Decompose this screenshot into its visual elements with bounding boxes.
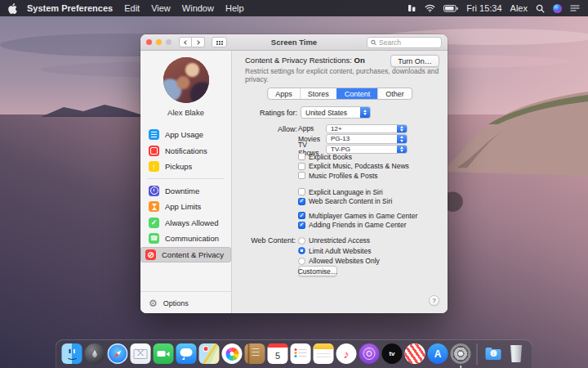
app-status-icon[interactable] xyxy=(408,4,416,12)
dock-app-store-icon[interactable]: A xyxy=(428,343,448,364)
dock-news-icon[interactable] xyxy=(405,343,425,364)
sidebar-item-app-usage[interactable]: App Usage xyxy=(140,127,231,143)
menu-item-edit[interactable]: Edit xyxy=(124,3,140,13)
dock-safari-icon[interactable] xyxy=(108,343,128,364)
sidebar-item-content-privacy[interactable]: ⊘ Content & Privacy xyxy=(140,247,231,263)
dock-downloads-icon[interactable] xyxy=(483,343,504,364)
avatar-photo xyxy=(163,57,209,103)
checkbox-checked[interactable] xyxy=(298,212,305,219)
checkbox-explicit-music[interactable]: Explicit Music, Podcasts & News xyxy=(298,162,409,172)
siri-icon[interactable] xyxy=(553,4,562,13)
help-button[interactable]: ? xyxy=(429,295,439,306)
checkbox-explicit-books[interactable]: Explicit Books xyxy=(298,152,409,162)
dock-mail-icon[interactable] xyxy=(131,343,151,364)
checkbox-web-search-siri[interactable]: Web Search Content in Siri xyxy=(298,197,392,207)
menu-item-help[interactable]: Help xyxy=(225,3,244,13)
dock: 5 tv A xyxy=(56,339,533,368)
dock-contacts-icon[interactable] xyxy=(245,343,265,364)
tab-apps[interactable]: Apps xyxy=(268,88,300,99)
apps-rating-select[interactable]: 12+ xyxy=(326,124,408,134)
ratings-country-select[interactable]: United States xyxy=(301,106,371,119)
options-button[interactable]: ⚙ Options xyxy=(140,297,231,310)
checkbox-adding-friends[interactable]: Adding Friends in Game Center xyxy=(298,221,417,231)
menu-bar-user[interactable]: Alex xyxy=(510,3,528,13)
radio[interactable] xyxy=(298,237,305,245)
sidebar: Alex Blake App Usage Notifications ↑ Pic… xyxy=(140,51,232,313)
radio-unrestricted-access[interactable]: Unrestricted Access xyxy=(298,236,380,246)
turn-on-button[interactable]: Turn On… xyxy=(390,55,439,67)
dock-notes-icon[interactable] xyxy=(314,343,334,364)
allow-label: Allow: xyxy=(232,125,297,133)
dock-launchpad-icon[interactable] xyxy=(85,343,105,364)
dock-finder-icon[interactable] xyxy=(62,343,82,364)
stepper-icon xyxy=(397,135,407,143)
forward-icon xyxy=(195,40,200,45)
sidebar-item-pickups[interactable]: ↑ Pickups xyxy=(140,159,231,175)
movies-rating-select[interactable]: PG-13 xyxy=(326,134,408,144)
dock-calendar-icon[interactable]: 5 xyxy=(268,343,288,364)
search-icon xyxy=(371,39,376,46)
active-app-indicator xyxy=(460,366,462,368)
avatar[interactable] xyxy=(163,57,209,103)
battery-icon[interactable] xyxy=(443,5,458,12)
radio-allowed-websites-only[interactable]: Allowed Websites Only xyxy=(298,256,380,267)
checkbox-checked[interactable] xyxy=(298,198,305,205)
checkbox[interactable] xyxy=(298,153,305,160)
sidebar-item-notifications[interactable]: Notifications xyxy=(140,143,231,159)
dock-system-preferences-icon[interactable] xyxy=(451,343,471,364)
menu-bar: System Preferences Edit View Window Help… xyxy=(0,0,588,16)
checkbox-multiplayer-games[interactable]: Multiplayer Games in Game Center xyxy=(298,211,417,221)
dock-podcasts-icon[interactable] xyxy=(359,343,380,364)
hourglass-icon xyxy=(149,201,159,212)
gear-icon: ⚙ xyxy=(149,298,158,308)
sidebar-divider xyxy=(147,178,225,179)
checkbox[interactable] xyxy=(298,163,305,170)
badge-icon xyxy=(149,146,159,156)
prohibited-icon: ⊘ xyxy=(145,249,156,260)
dock-messages-icon[interactable] xyxy=(176,343,197,364)
sidebar-item-app-limits[interactable]: App Limits xyxy=(140,199,231,215)
sidebar-item-downtime[interactable]: Downtime xyxy=(140,183,231,200)
dock-trash-icon[interactable] xyxy=(506,343,527,364)
dock-maps-icon[interactable] xyxy=(199,343,220,364)
checkbox-checked[interactable] xyxy=(298,222,305,229)
show-all-button[interactable] xyxy=(212,37,227,47)
notification-center-icon[interactable] xyxy=(570,4,580,12)
apple-icon xyxy=(8,3,17,14)
radio-limit-adult-websites[interactable]: Limit Adult Websites xyxy=(298,246,380,257)
sidebar-item-communication[interactable]: ☎ Communication xyxy=(140,231,231,247)
tab-stores[interactable]: Stores xyxy=(300,88,336,99)
checkbox[interactable] xyxy=(298,188,305,195)
tab-other[interactable]: Other xyxy=(377,88,412,99)
minimize-button[interactable] xyxy=(156,39,162,45)
ratings-for-label: Ratings for: xyxy=(232,109,297,117)
sidebar-item-always-allowed[interactable]: ✓ Always Allowed xyxy=(140,215,231,231)
apple-menu[interactable] xyxy=(8,3,17,14)
menu-bar-clock[interactable]: Fri 15:34 xyxy=(466,3,501,13)
tab-content[interactable]: Content xyxy=(336,88,378,99)
menu-item-view[interactable]: View xyxy=(151,3,171,13)
dock-facetime-icon[interactable] xyxy=(154,343,174,364)
menu-item-app[interactable]: System Preferences xyxy=(27,3,113,13)
search-field[interactable] xyxy=(367,37,442,48)
allow-row-apps: Apps 12+ xyxy=(298,123,408,134)
title-bar[interactable]: Screen Time xyxy=(140,34,448,51)
menu-item-window[interactable]: Window xyxy=(182,3,214,13)
dock-music-icon[interactable] xyxy=(336,343,357,364)
close-button[interactable] xyxy=(146,39,152,45)
checkbox-explicit-language-siri[interactable]: Explicit Language in Siri xyxy=(298,187,392,197)
checkbox[interactable] xyxy=(298,172,305,179)
back-button[interactable] xyxy=(179,37,192,47)
dock-photos-icon[interactable] xyxy=(222,343,243,364)
checkbox-music-profiles[interactable]: Music Profiles & Posts xyxy=(298,171,409,181)
search-input[interactable] xyxy=(379,38,438,47)
dock-tv-icon[interactable]: tv xyxy=(382,343,403,364)
wifi-icon[interactable] xyxy=(425,4,435,12)
customise-button[interactable]: Customise… xyxy=(298,266,337,276)
forward-button[interactable] xyxy=(192,37,205,47)
radio-selected[interactable] xyxy=(298,247,305,254)
dock-reminders-icon[interactable] xyxy=(291,343,311,364)
pickup-arrow-icon: ↑ xyxy=(149,161,159,172)
search-icon[interactable] xyxy=(536,4,545,13)
radio[interactable] xyxy=(298,258,305,265)
